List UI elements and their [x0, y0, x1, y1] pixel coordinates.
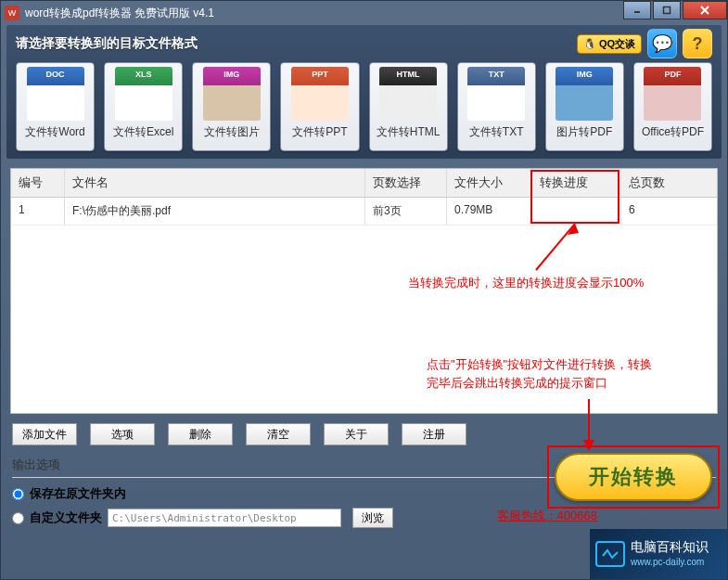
help-icon[interactable]: ? — [683, 29, 712, 58]
format-img2pdf[interactable]: IMG图片转PDF — [545, 62, 624, 151]
window-controls — [621, 1, 727, 19]
col-name[interactable]: 文件名 — [65, 169, 365, 197]
annotation-text-1: 当转换完成时，这里的转换进度会显示100% — [408, 274, 668, 292]
table-body: 1 F:\伤感中的美丽.pdf 前3页 0.79MB 6 当转换完成时，这里的转… — [11, 198, 717, 413]
delete-button[interactable]: 删除 — [168, 423, 233, 445]
register-button[interactable]: 注册 — [402, 423, 466, 445]
annotation-text-2: 点击"开始转换"按钮对文件进行转换，转换完毕后会跳出转换完成的提示窗口 — [427, 355, 658, 392]
qq-label: QQ交谈 — [599, 37, 635, 51]
minimize-button[interactable] — [623, 1, 651, 19]
xls-icon: XLS — [115, 67, 172, 121]
format-image[interactable]: IMG文件转图片 — [192, 62, 271, 151]
clear-button[interactable]: 清空 — [246, 423, 311, 445]
browse-button[interactable]: 浏览 — [352, 508, 393, 528]
doc-icon: DOC — [27, 67, 84, 121]
arrow-icon — [530, 224, 586, 279]
close-button[interactable] — [683, 1, 727, 19]
header-band: 请选择要转换到的目标文件格式 🐧 QQ交谈 💬 ? DOC文件转Word XLS… — [6, 25, 722, 159]
titlebar: W word转换成pdf转换器 免费试用版 v4.1 — [1, 1, 727, 25]
radio-custom-folder-label: 自定义文件夹 — [30, 509, 102, 526]
col-size[interactable]: 文件大小 — [447, 169, 532, 197]
qq-icon: 🐧 — [583, 38, 596, 50]
annotation-box-start — [547, 445, 720, 509]
radio-save-original[interactable] — [12, 488, 24, 500]
hotline-link[interactable]: 客服热线：400668 — [497, 508, 597, 524]
col-id[interactable]: 编号 — [11, 169, 65, 197]
img2-icon: IMG — [556, 67, 613, 121]
monitor-icon — [595, 541, 625, 567]
col-page[interactable]: 页数选择 — [365, 169, 447, 197]
maximize-button[interactable] — [653, 1, 681, 19]
format-word[interactable]: DOC文件转Word — [16, 62, 95, 151]
add-file-button[interactable]: 添加文件 — [12, 423, 77, 445]
bottom-area: 添加文件 选项 删除 清空 关于 注册 输出选项 保存在原文件夹内 自定义文件夹… — [1, 414, 727, 528]
format-ppt[interactable]: PPT文件转PPT — [280, 62, 359, 151]
about-button[interactable]: 关于 — [324, 423, 389, 445]
svg-line-4 — [536, 224, 575, 270]
app-icon: W — [5, 6, 19, 20]
chat-icon[interactable]: 💬 — [647, 29, 677, 58]
radio-save-original-label: 保存在原文件夹内 — [30, 485, 126, 502]
format-excel[interactable]: XLS文件转Excel — [104, 62, 183, 151]
img-icon: IMG — [203, 67, 261, 121]
format-html[interactable]: HTML文件转HTML — [369, 62, 448, 151]
header-prompt: 请选择要转换到的目标文件格式 — [16, 35, 198, 52]
watermark: 电脑百科知识 www.pc-daily.com — [590, 529, 727, 579]
format-office2pdf[interactable]: PDFOffice转PDF — [633, 62, 712, 151]
txt-icon: TXT — [467, 67, 525, 121]
radio-custom-folder[interactable] — [12, 512, 24, 524]
html-icon: HTML — [379, 67, 437, 121]
qq-chat-button[interactable]: 🐧 QQ交谈 — [577, 34, 642, 54]
pdf-icon: PDF — [644, 67, 701, 121]
path-input[interactable] — [108, 509, 341, 527]
ppt-icon: PPT — [291, 67, 349, 121]
annotation-box-progress — [530, 170, 619, 224]
options-button[interactable]: 选项 — [90, 423, 155, 445]
format-txt[interactable]: TXT文件转TXT — [457, 62, 536, 151]
format-row: DOC文件转Word XLS文件转Excel IMG文件转图片 PPT文件转PP… — [16, 62, 712, 151]
watermark-text: 电脑百科知识 www.pc-daily.com — [631, 540, 709, 569]
window-title: word转换成pdf转换器 免费试用版 v4.1 — [25, 6, 214, 21]
button-row: 添加文件 选项 删除 清空 关于 注册 — [12, 423, 716, 445]
col-total[interactable]: 总页数 — [621, 169, 717, 197]
app-window: W word转换成pdf转换器 免费试用版 v4.1 请选择要转换到的目标文件格… — [0, 0, 728, 580]
file-table: 编号 文件名 页数选择 文件大小 转换进度 总页数 1 F:\伤感中的美丽.pd… — [10, 168, 718, 414]
svg-rect-1 — [664, 7, 671, 14]
